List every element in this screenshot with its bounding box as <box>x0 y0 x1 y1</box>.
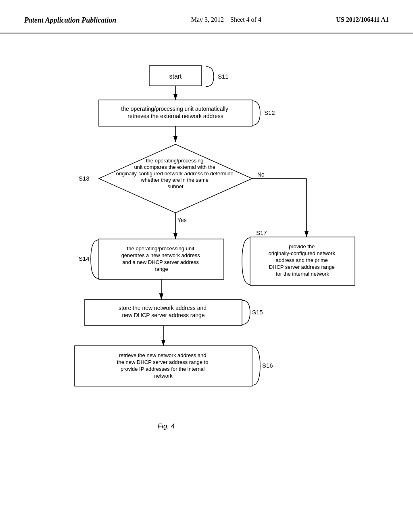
s16-text: retrieve the new network address and the… <box>117 352 210 379</box>
s15-label: S15 <box>252 309 263 316</box>
s17-label: S17 <box>256 229 267 236</box>
page-header: Patent Application Publication May 3, 20… <box>0 0 413 33</box>
header-left: Patent Application Publication <box>24 16 116 25</box>
s14-text: the operating/processing unit generates … <box>121 245 202 272</box>
no-label: No <box>257 171 265 178</box>
header-right: US 2012/106411 A1 <box>336 16 389 23</box>
flowchart-svg: start S11 the operating/processing unit … <box>0 33 413 493</box>
s11-label: S11 <box>218 73 229 80</box>
diagram-area: start S11 the operating/processing unit … <box>0 33 413 493</box>
s13-text: the operating/processing unit compares t… <box>116 158 235 189</box>
s13-label: S13 <box>79 175 90 182</box>
s16-label: S16 <box>262 362 273 369</box>
s14-label: S14 <box>79 255 90 262</box>
figure-caption: Fig. 4 <box>158 422 175 430</box>
s12-text: the operating/processing unit automatica… <box>121 106 229 119</box>
s12-label: S12 <box>264 109 275 116</box>
header-center: May 3, 2012 Sheet 4 of 4 <box>191 16 261 23</box>
yes-label: Yes <box>177 217 187 223</box>
s15-text: store the new network address and new DH… <box>119 305 208 318</box>
start-text: start <box>169 73 182 80</box>
s17-text: provide the originally-configured networ… <box>268 243 336 277</box>
